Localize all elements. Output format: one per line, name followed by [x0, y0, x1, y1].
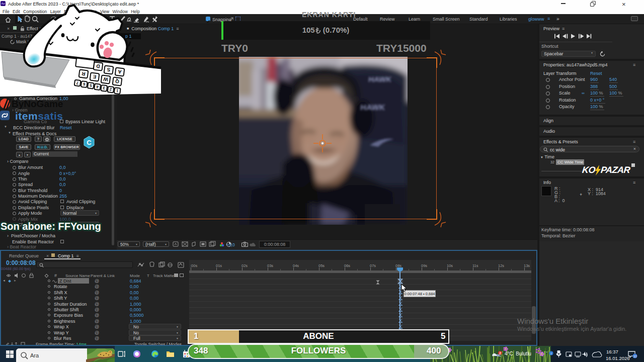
- svg-text:Ara: Ara: [30, 352, 39, 358]
- svg-text:2: 2: [499, 351, 501, 355]
- svg-text:■: ■: [184, 354, 186, 357]
- svg-text:10: 10: [633, 354, 637, 358]
- svg-text:i: i: [550, 351, 551, 355]
- svg-text:■: ■: [187, 354, 188, 357]
- svg-text:C: C: [87, 139, 92, 146]
